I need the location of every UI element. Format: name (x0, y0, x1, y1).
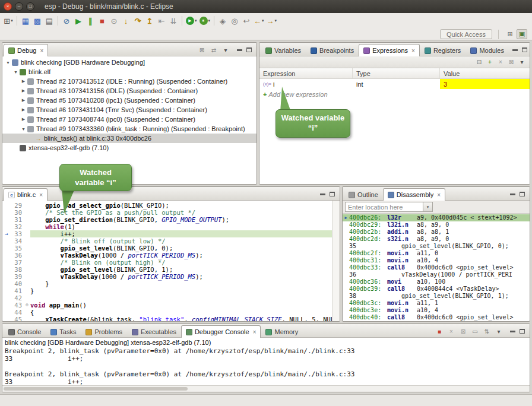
line-number[interactable]: 35 (11, 245, 24, 252)
expander-icon[interactable]: ▼ (20, 127, 27, 131)
overview-ruler[interactable] (332, 201, 340, 321)
minimize-button[interactable] (320, 194, 325, 195)
view-menu-icon[interactable]: ▾ (220, 45, 231, 55)
run-button[interactable]: ▶▾ (185, 14, 198, 27)
maximize-button[interactable] (330, 192, 335, 196)
tab-registers[interactable]: Registers (420, 44, 466, 56)
tab-console[interactable]: Console (4, 325, 46, 338)
remove-expression-icon[interactable]: × (495, 57, 506, 67)
debug-button[interactable]: ∗▾ (198, 14, 212, 27)
maximize-button[interactable] (520, 329, 525, 334)
column-header-type[interactable]: Type (353, 68, 440, 78)
line-number[interactable]: 40 (11, 280, 24, 287)
tab-tasks[interactable]: Tasks (46, 325, 81, 338)
external-tools-button[interactable]: ◈ (217, 14, 229, 27)
line-number[interactable]: 36 (11, 252, 24, 259)
disconnect-button[interactable]: ⊝ (108, 14, 120, 27)
scrollbar-thumb[interactable] (4, 387, 188, 391)
expander-icon[interactable]: ▶ (20, 117, 27, 122)
collapse-all-icon[interactable]: ⊟ (474, 57, 484, 67)
resume-button[interactable]: ▶ (72, 14, 84, 27)
new-wizard-button[interactable]: ⊞▾ (2, 14, 14, 27)
remove-all-terminated-icon[interactable]: ⊠ (197, 45, 207, 55)
skip-all-breakpoints-button[interactable]: ⊘ (61, 14, 72, 27)
connect-icon[interactable]: ⇄ (208, 45, 219, 55)
minimize-button[interactable] (510, 331, 515, 332)
expression-value[interactable]: 3 (440, 79, 530, 89)
window-close-button[interactable]: × (4, 2, 12, 11)
code-editor[interactable]: 29 gpio_pad_select_gpio(BLINK_GPIO);30 /… (2, 201, 340, 321)
search-button[interactable]: ◎ (229, 14, 240, 27)
tab-modules[interactable]: Modules (466, 44, 509, 56)
last-edit-location-button[interactable]: ↩ (240, 14, 252, 27)
expander-icon[interactable]: ▼ (12, 70, 19, 74)
save-all-button[interactable]: ▩ (31, 14, 43, 27)
add-expression-row[interactable]: + Add new expression (259, 89, 530, 99)
debug-perspective-button[interactable]: ▣ (517, 29, 527, 39)
close-tab-icon[interactable]: × (40, 47, 43, 54)
debug-tree-row[interactable]: ▶Thread #6 1073431104 (Tmr Svc) (Suspend… (2, 105, 256, 115)
tab-variables[interactable]: Variables (261, 44, 306, 56)
save-button[interactable]: ▦ (20, 14, 31, 27)
maximize-button[interactable] (520, 192, 525, 196)
minimize-button[interactable] (510, 194, 515, 195)
line-number[interactable]: 29 (11, 202, 24, 209)
debug-tree-row[interactable]: ▶Thread #3 1073413156 (IDLE) (Suspended … (2, 86, 256, 96)
debug-tree-row[interactable]: ▶Thread #2 1073413512 (IDLE : Running) (… (2, 77, 256, 86)
debug-tree-row[interactable]: ▼blink checking [GDB Hardware Debugging] (2, 58, 256, 67)
line-number[interactable]: 30 (11, 209, 24, 216)
debug-tree-row[interactable]: xtensa-esp32-elf-gdb (7.10) (2, 143, 256, 153)
remove-all-launches-icon[interactable]: ⊠ (458, 326, 468, 337)
line-number[interactable]: 39 (11, 273, 24, 280)
console-horizontal-scrollbar[interactable] (2, 385, 530, 392)
quick-access-button[interactable]: Quick Access (440, 29, 492, 39)
terminate-console-icon[interactable]: ■ (434, 326, 445, 337)
debug-tree-row[interactable]: ▼blink.elf (2, 67, 256, 77)
line-number[interactable]: 43 (11, 302, 24, 309)
line-number[interactable]: 44 (11, 309, 24, 316)
tab-disassembly[interactable]: Disassembly× (383, 188, 445, 201)
expander-icon[interactable]: ▶ (20, 79, 27, 84)
tab-debug[interactable]: Debug× (4, 44, 48, 56)
column-header-expression[interactable]: Expression (259, 68, 353, 78)
step-over-button[interactable]: ↷ (132, 14, 144, 27)
instruction-stepping-button[interactable]: ⇊ (167, 14, 179, 27)
scroll-lock-icon[interactable]: ⇅ (482, 326, 492, 337)
view-menu-icon[interactable]: ▾ (517, 57, 527, 67)
tab-outline[interactable]: Outline (344, 188, 383, 201)
suspend-button[interactable]: ∥ (84, 14, 96, 27)
forward-button[interactable]: →▾ (265, 14, 278, 27)
line-number[interactable]: 42 (11, 294, 24, 302)
print-button[interactable]: ▤ (43, 14, 55, 27)
line-number[interactable]: 41 (11, 287, 24, 294)
expander-icon[interactable]: ▼ (5, 61, 11, 65)
clear-console-icon[interactable]: ▭ (470, 326, 480, 337)
debug-tree-row[interactable]: ▶Thread #7 1073408744 (ipc0) (Suspended … (2, 115, 256, 124)
minimize-button[interactable] (237, 49, 242, 51)
open-perspective-button[interactable]: ⊞ (505, 29, 515, 39)
location-dropdown-icon[interactable]: ▾ (423, 202, 433, 212)
tab-executables[interactable]: Executables (127, 325, 181, 338)
close-tab-icon[interactable]: × (411, 47, 415, 54)
location-input[interactable]: Enter location here (345, 202, 423, 212)
remove-all-expressions-icon[interactable]: ⊠ (506, 57, 517, 67)
debug-tree-row[interactable]: →blink_task() at blink.c:33 0x400dbc26 (2, 134, 256, 143)
view-menu-icon[interactable]: ▾ (493, 326, 504, 337)
line-number[interactable]: 31 (11, 216, 24, 223)
drop-to-frame-button[interactable]: ⇤ (156, 14, 167, 27)
maximize-button[interactable] (522, 47, 527, 52)
tab-expressions[interactable]: Expressions× (359, 44, 420, 56)
line-number[interactable]: 37 (11, 259, 24, 266)
line-number[interactable]: 38 (11, 266, 24, 273)
close-tab-icon[interactable]: × (39, 192, 43, 198)
console-output[interactable]: Breakpoint 2, blink_task (pvParameter=0x… (2, 347, 530, 385)
debug-tree-row[interactable]: ▼Thread #9 1073433360 (blink_task : Runn… (2, 124, 256, 134)
debug-tree-row[interactable]: ▶Thread #5 1073410208 (ipc1) (Suspended … (2, 96, 256, 105)
step-into-button[interactable]: ↓ (120, 14, 132, 27)
back-button[interactable]: ←▾ (252, 14, 265, 27)
tab-debugger-console[interactable]: Debugger Console× (181, 325, 261, 338)
maximize-button[interactable] (246, 47, 252, 52)
step-return-button[interactable]: ↥ (144, 14, 156, 27)
line-number[interactable]: 34 (11, 237, 24, 245)
expression-row[interactable]: (x)= i int 3 (259, 79, 530, 89)
